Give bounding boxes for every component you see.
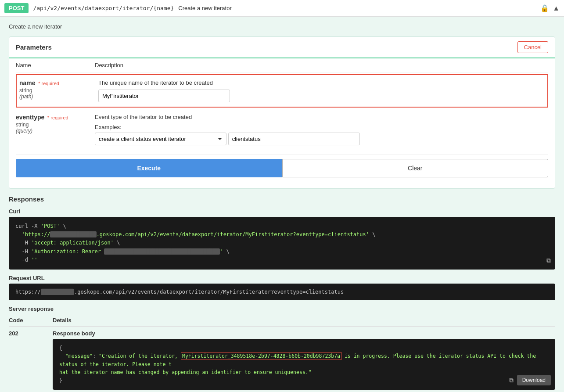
examples-select[interactable]: create a client status event iterator [95,133,226,145]
param-location: (path) [19,94,98,100]
curl-section: Curl curl -X 'POST' \ 'https://█████████… [9,208,555,270]
action-buttons: Execute Clear [9,159,555,184]
execute-button[interactable]: Execute [16,159,282,177]
section-header: Parameters Cancel [9,37,555,58]
request-url-value: https://██████████.goskope.com/api/v2/ev… [15,289,344,295]
iterator-id-highlight: MyFirstiterator_3489518e-2b97-4828-b60b-… [181,352,341,360]
response-body-label: Response body [53,330,555,337]
param-row-name: name * required string (path) The unique… [16,74,548,108]
description-col-header: Description [95,62,548,68]
param-eventtype-description: Event type of the iterator to be created [95,114,548,120]
cancel-button[interactable]: Cancel [517,41,548,53]
header-description: Create a new iterator [178,5,231,11]
download-button[interactable]: Download [517,375,551,385]
header-icons: 🔒 ▲ [540,4,560,12]
body-line2: "message": "Creation of the iterator, My… [59,352,536,367]
body-copy-icon[interactable]: ⧉ [509,375,514,385]
response-row-202: 202 Response body { "message": "Creation… [9,327,555,392]
curl-line-2: 'https://██████████████.goskope.com/api/… [15,231,375,237]
param-eventtype-type: string [16,122,95,128]
server-response-label: Server response [9,306,555,312]
responses-section: Responses Curl curl -X 'POST' \ 'https:/… [9,195,555,392]
method-badge: POST [4,3,29,13]
request-url-label: Request URL [9,275,555,281]
lock-icon[interactable]: 🔒 [540,4,549,12]
response-table-header: Code Details [9,314,555,327]
body-line3: hat the iterator name has changed by app… [59,369,312,375]
params-table: Name Description name * required string … [9,58,555,155]
eventtype-input[interactable] [228,133,360,145]
curl-line-5: -d '' [15,257,38,263]
name-input[interactable] [98,90,230,102]
header-bar: POST /api/v2/events/dataexport/iterator/… [0,0,564,17]
endpoint-path: /api/v2/events/dataexport/iterator/{name… [33,5,174,11]
response-body-block: { "message": "Creation of the iterator, … [53,339,555,390]
section-title: Parameters [16,43,52,51]
code-header: Code [9,317,53,324]
response-details: Response body { "message": "Creation of … [53,330,555,390]
url-block: https://██████████.goskope.com/api/v2/ev… [9,284,555,300]
curl-line-1: curl -X 'POST' \ [15,223,66,229]
curl-code-block: curl -X 'POST' \ 'https://██████████████… [9,217,555,270]
param-description-text: The unique name of the iterator to be cr… [98,79,545,86]
param-required-label: * required [38,81,59,86]
response-body-actions: ⧉ Download [509,375,551,385]
request-url-section: Request URL https://██████████.goskope.c… [9,275,555,300]
param-eventtype-label: eventtype [16,114,44,121]
curl-line-4: -H 'Authorization: Bearer ██████████████… [15,248,230,255]
param-eventtype-location: (query) [16,128,95,134]
param-desc-name: The unique name of the iterator to be cr… [98,79,545,102]
main-content: Create a new iterator Parameters Cancel … [0,17,564,392]
param-name-name: name * required string (path) [19,79,98,100]
curl-line-3: -H 'accept: application/json' \ [15,240,120,246]
response-table: Code Details 202 Response body { "messag… [9,314,555,392]
collapse-icon[interactable]: ▲ [553,4,560,12]
server-response-section: Server response Code Details 202 Respons… [9,306,555,392]
body-line1: { [59,345,62,351]
clear-button[interactable]: Clear [282,159,549,177]
params-header: Name Description [16,58,548,72]
param-name-label: name [19,79,36,86]
page-subtitle: Create a new iterator [9,23,555,30]
responses-title: Responses [9,195,555,203]
examples-label: Examples: [95,124,548,130]
parameters-section: Parameters Cancel Name Description name … [9,36,555,189]
body-line4: } [59,378,62,384]
curl-label: Curl [9,208,555,215]
curl-copy-icon[interactable]: ⧉ [546,255,551,265]
param-row-eventtype: eventtype * required string (query) Even… [16,109,548,155]
param-desc-eventtype: Event type of the iterator to be created… [95,114,548,150]
response-code: 202 [9,330,53,337]
param-type: string [19,87,98,94]
details-header: Details [53,317,555,324]
param-eventtype-required: * required [47,115,68,120]
param-name-eventtype: eventtype * required string (query) [16,114,95,134]
name-col-header: Name [16,62,95,68]
